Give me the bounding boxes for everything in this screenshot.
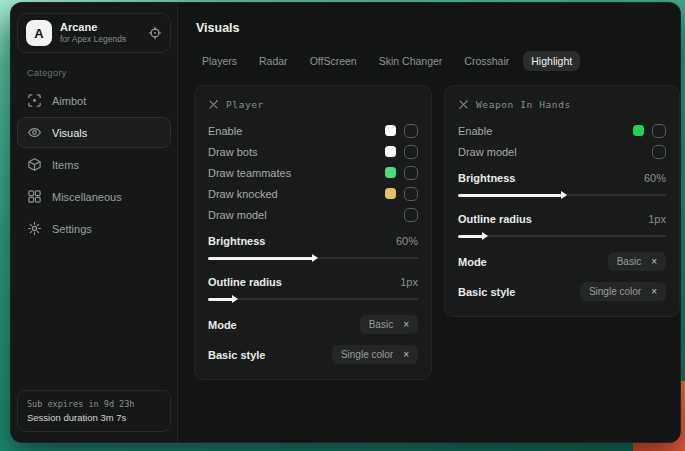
setting-label: Mode xyxy=(458,256,487,268)
miscellaneous-icon xyxy=(27,189,42,204)
sidebar-section-label: Category xyxy=(27,68,171,78)
aimbot-icon xyxy=(27,93,42,108)
subscription-info-card: Sub expires in 9d 23h Session duration 3… xyxy=(17,390,171,432)
tag-remove-icon[interactable]: × xyxy=(651,257,657,267)
checkbox[interactable] xyxy=(404,187,418,201)
checkbox[interactable] xyxy=(404,208,418,222)
target-icon[interactable] xyxy=(148,26,162,40)
panel-title: Weapon In Hands xyxy=(476,99,571,110)
slider-fill xyxy=(458,235,483,238)
app-logo-card: A Arcane for Apex Legends xyxy=(17,13,171,53)
setting-label: Draw teammates xyxy=(208,167,291,179)
setting-label: Basic style xyxy=(208,349,265,361)
sidebar-item-aimbot[interactable]: Aimbot xyxy=(17,85,171,116)
tab-bar: PlayersRadarOffScreenSkin ChangerCrossha… xyxy=(194,51,680,71)
panel-weapon-in-hands: Weapon In HandsEnableDraw modelBrightnes… xyxy=(444,85,680,317)
checkbox[interactable] xyxy=(404,166,418,180)
setting-label: Draw knocked xyxy=(208,188,278,200)
tag-remove-icon[interactable]: × xyxy=(403,350,409,360)
panel-player: PlayerEnableDraw botsDraw teammatesDraw … xyxy=(194,85,432,380)
slider-track[interactable] xyxy=(458,194,666,196)
checkbox[interactable] xyxy=(652,145,666,159)
setting-label: Outline radius xyxy=(458,213,532,225)
setting-row-enable: Enable xyxy=(208,120,418,141)
slider-track[interactable] xyxy=(208,298,418,300)
tag-remove-icon[interactable]: × xyxy=(651,287,657,297)
slider-row-outline-radius: Outline radius1px xyxy=(208,271,418,292)
session-duration-text: Session duration 3m 7s xyxy=(27,411,161,424)
setting-label: Draw model xyxy=(208,209,267,221)
setting-controls xyxy=(385,187,418,201)
tab-offscreen[interactable]: OffScreen xyxy=(302,51,365,71)
slider-value: 1px xyxy=(648,213,666,225)
app-identity: Arcane for Apex Legends xyxy=(60,21,140,45)
slider-thumb[interactable] xyxy=(482,232,488,240)
sidebar-item-items[interactable]: Items xyxy=(17,149,171,180)
tab-radar[interactable]: Radar xyxy=(251,51,296,71)
setting-label: Enable xyxy=(458,125,492,137)
setting-row-draw-knocked: Draw knocked xyxy=(208,183,418,204)
slider-track[interactable] xyxy=(208,257,418,259)
setting-row-draw-bots: Draw bots xyxy=(208,141,418,162)
panels-container: PlayerEnableDraw botsDraw teammatesDraw … xyxy=(194,85,680,380)
slider-value: 60% xyxy=(396,235,418,247)
tag-remove-icon[interactable]: × xyxy=(403,320,409,330)
sidebar-item-settings[interactable]: Settings xyxy=(17,213,171,244)
slider-row-brightness: Brightness60% xyxy=(458,167,666,188)
tag-label: Single color xyxy=(589,286,641,297)
sidebar-item-label: Items xyxy=(52,159,79,171)
tag-chip[interactable]: Single color× xyxy=(332,345,418,364)
tab-skin-changer[interactable]: Skin Changer xyxy=(371,51,451,71)
sidebar-nav: AimbotVisualsItemsMiscellaneousSettings xyxy=(17,84,171,245)
settings-icon xyxy=(27,221,42,236)
tab-crosshair[interactable]: Crosshair xyxy=(456,51,517,71)
color-swatch[interactable] xyxy=(633,125,644,136)
sidebar-item-label: Settings xyxy=(52,223,92,235)
color-swatch[interactable] xyxy=(385,167,396,178)
main-content: Visuals PlayersRadarOffScreenSkin Change… xyxy=(178,3,681,442)
app-logo: A xyxy=(26,20,52,46)
items-icon xyxy=(27,157,42,172)
app-subtitle: for Apex Legends xyxy=(60,34,140,45)
tag-row-basic-style: Basic styleSingle color× xyxy=(208,342,418,367)
visuals-icon xyxy=(27,125,42,140)
page-title: Visuals xyxy=(196,21,680,35)
slider-fill xyxy=(208,257,313,260)
sidebar-item-miscellaneous[interactable]: Miscellaneous xyxy=(17,181,171,212)
tag-row-mode: ModeBasic× xyxy=(208,312,418,337)
slider-thumb[interactable] xyxy=(312,254,318,262)
checkbox[interactable] xyxy=(652,124,666,138)
slider-thumb[interactable] xyxy=(232,295,238,303)
checkbox[interactable] xyxy=(404,145,418,159)
sidebar-item-visuals[interactable]: Visuals xyxy=(17,117,171,148)
sidebar-item-label: Aimbot xyxy=(52,95,86,107)
color-swatch[interactable] xyxy=(385,146,396,157)
tag-label: Basic xyxy=(617,256,641,267)
tag-chip[interactable]: Basic× xyxy=(360,315,418,334)
setting-label: Draw bots xyxy=(208,146,258,158)
tag-chip[interactable]: Single color× xyxy=(580,282,666,301)
slider-thumb[interactable] xyxy=(561,191,567,199)
slider-row-brightness: Brightness60% xyxy=(208,230,418,251)
panel-header: Player xyxy=(208,99,418,110)
checkbox[interactable] xyxy=(404,124,418,138)
tab-highlight[interactable]: Highlight xyxy=(523,51,580,71)
setting-label: Brightness xyxy=(208,235,265,247)
app-name: Arcane xyxy=(60,21,140,34)
tab-players[interactable]: Players xyxy=(194,51,245,71)
tag-row-mode: ModeBasic× xyxy=(458,249,666,274)
setting-controls xyxy=(385,124,418,138)
tag-row-basic-style: Basic styleSingle color× xyxy=(458,279,666,304)
setting-controls xyxy=(652,145,666,159)
color-swatch[interactable] xyxy=(385,188,396,199)
panel-header: Weapon In Hands xyxy=(458,99,666,110)
app-window: A Arcane for Apex Legends Category Aimbo… xyxy=(10,2,681,443)
tag-chip[interactable]: Basic× xyxy=(608,252,666,271)
setting-row-draw-model: Draw model xyxy=(458,141,666,162)
slider-track[interactable] xyxy=(458,235,666,237)
sidebar-item-label: Miscellaneous xyxy=(52,191,122,203)
setting-label: Brightness xyxy=(458,172,515,184)
setting-label: Enable xyxy=(208,125,242,137)
setting-controls xyxy=(633,124,666,138)
color-swatch[interactable] xyxy=(385,125,396,136)
